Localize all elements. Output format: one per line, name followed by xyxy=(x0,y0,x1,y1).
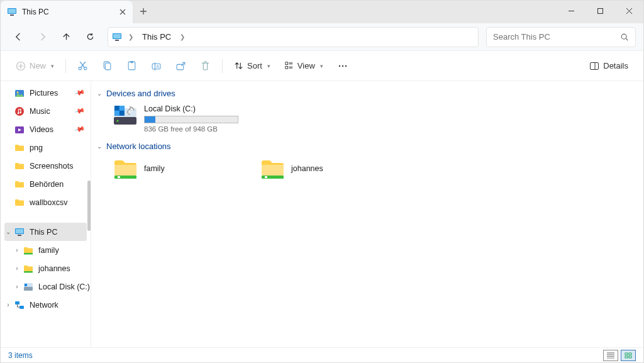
delete-button[interactable] xyxy=(194,55,217,77)
refresh-button[interactable] xyxy=(80,27,100,47)
list-item-network-location[interactable]: family xyxy=(113,157,242,180)
svg-rect-44 xyxy=(114,106,119,111)
chevron-down-icon[interactable]: ⌄ xyxy=(4,228,12,236)
sidebar-item-music[interactable]: Music 📌 xyxy=(1,102,91,120)
sidebar-item-this-pc[interactable]: ⌄ This PC xyxy=(4,223,87,241)
close-tab-icon[interactable] xyxy=(119,8,126,16)
new-tab-button[interactable] xyxy=(133,1,154,22)
rename-button[interactable]: A xyxy=(145,55,168,77)
svg-rect-55 xyxy=(629,356,631,358)
chevron-right-icon[interactable]: ❯ xyxy=(126,33,136,40)
svg-rect-47 xyxy=(119,111,125,116)
window-tab[interactable]: This PC xyxy=(1,1,133,23)
content-pane[interactable]: ⌄ Devices and drives Local Disk (C:) 836… xyxy=(91,81,643,347)
list-item-drive[interactable]: Local Disk (C:) 836 GB free of 948 GB xyxy=(95,102,334,139)
address-bar[interactable]: ❯ This PC ❯ xyxy=(108,27,479,47)
folder-icon xyxy=(14,198,25,208)
drive-capacity-bar xyxy=(144,116,238,123)
network-folder-icon xyxy=(23,264,33,274)
chevron-right-icon[interactable]: › xyxy=(13,247,21,254)
titlebar: This PC xyxy=(1,1,643,23)
svg-rect-37 xyxy=(25,284,27,286)
new-button[interactable]: New ▾ xyxy=(9,55,60,77)
sidebar-item-local-disk[interactable]: › Local Disk (C:) xyxy=(1,277,91,296)
sidebar-item-label: Pictures xyxy=(30,89,58,98)
tiles-view-button[interactable] xyxy=(621,350,636,361)
chevron-right-icon[interactable]: › xyxy=(4,301,12,309)
sidebar-item-family[interactable]: › family xyxy=(1,241,91,259)
chevron-down-icon[interactable]: ⌄ xyxy=(95,90,104,97)
up-button[interactable] xyxy=(56,27,76,47)
network-folder-icon xyxy=(23,245,33,255)
svg-rect-49 xyxy=(118,176,120,178)
sidebar-item-label: Network xyxy=(30,301,58,310)
svg-point-7 xyxy=(621,34,626,39)
sidebar-item-network[interactable]: › Network xyxy=(1,296,91,314)
minimize-button[interactable] xyxy=(557,1,586,21)
svg-point-20 xyxy=(339,65,340,66)
sidebar-item-screenshots[interactable]: Screenshots xyxy=(1,157,91,175)
svg-point-9 xyxy=(79,67,81,70)
sidebar-item-label: png xyxy=(30,143,43,152)
search-box[interactable] xyxy=(486,27,636,47)
chevron-down-icon[interactable]: ⌄ xyxy=(95,143,104,150)
svg-rect-54 xyxy=(625,356,628,358)
paste-button[interactable] xyxy=(120,55,143,77)
details-view-button[interactable] xyxy=(603,350,618,361)
svg-rect-46 xyxy=(114,111,119,116)
folder-icon xyxy=(14,143,25,153)
svg-rect-19 xyxy=(286,66,288,69)
chevron-right-icon[interactable]: › xyxy=(13,283,21,291)
list-item-network-location[interactable]: johannes xyxy=(260,157,389,180)
disk-icon xyxy=(113,104,138,127)
svg-point-41 xyxy=(117,120,119,122)
status-bar: 3 items xyxy=(1,347,643,362)
folder-icon xyxy=(14,179,25,189)
more-button[interactable] xyxy=(331,55,355,77)
svg-rect-18 xyxy=(286,62,288,65)
back-button[interactable] xyxy=(8,27,28,47)
svg-rect-52 xyxy=(625,353,628,355)
svg-rect-3 xyxy=(597,8,602,13)
sidebar-item-behoerden[interactable]: Behörden xyxy=(1,175,91,193)
search-icon[interactable] xyxy=(620,33,629,42)
svg-rect-39 xyxy=(19,306,24,309)
svg-rect-12 xyxy=(105,63,111,70)
chevron-right-icon[interactable]: › xyxy=(13,265,21,272)
sidebar-item-wallboxcsv[interactable]: wallboxcsv xyxy=(1,193,91,211)
music-icon xyxy=(14,106,25,116)
cut-button[interactable] xyxy=(71,55,94,77)
svg-rect-2 xyxy=(10,14,14,16)
search-input[interactable] xyxy=(493,32,616,42)
this-pc-icon xyxy=(14,227,25,237)
svg-point-28 xyxy=(19,111,21,113)
sidebar-item-label: Screenshots xyxy=(30,162,73,170)
scrollbar-thumb[interactable] xyxy=(87,181,91,231)
sort-button[interactable]: Sort ▾ xyxy=(228,55,277,77)
pin-icon: 📌 xyxy=(74,105,86,116)
maximize-button[interactable] xyxy=(586,1,614,21)
sidebar-item-pictures[interactable]: Pictures 📌 xyxy=(1,84,91,102)
tab-title: This PC xyxy=(22,8,114,16)
svg-rect-34 xyxy=(24,271,33,273)
svg-text:A: A xyxy=(157,64,160,69)
window-close-button[interactable] xyxy=(614,1,643,21)
sidebar-item-label: family xyxy=(38,246,59,255)
location-name: johannes xyxy=(291,164,323,173)
group-header-network[interactable]: ⌄ Network locations xyxy=(95,139,640,155)
chevron-right-icon[interactable]: ❯ xyxy=(177,33,187,40)
sidebar-item-png[interactable]: png xyxy=(1,138,91,157)
sidebar-item-videos[interactable]: Videos 📌 xyxy=(1,120,91,138)
view-button[interactable]: View ▾ xyxy=(278,55,330,77)
details-label: Details xyxy=(603,61,628,70)
sidebar-item-johannes[interactable]: › johannes xyxy=(1,259,91,277)
group-header-devices[interactable]: ⌄ Devices and drives xyxy=(95,86,640,102)
pin-icon: 📌 xyxy=(74,123,86,135)
details-pane-button[interactable]: Details xyxy=(583,55,635,77)
sidebar-item-label: This PC xyxy=(30,228,57,237)
breadcrumb-item[interactable]: This PC xyxy=(140,32,174,42)
forward-button[interactable] xyxy=(32,27,52,47)
navigation-pane[interactable]: Pictures 📌 Music 📌 Videos 📌 png Screensh… xyxy=(1,81,91,347)
copy-button[interactable] xyxy=(96,55,119,77)
share-button[interactable] xyxy=(169,55,192,77)
